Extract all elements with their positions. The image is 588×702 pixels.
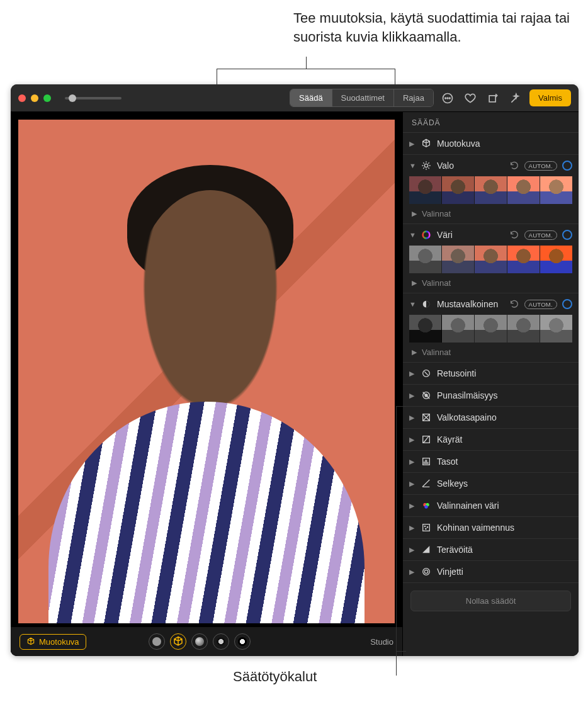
adjust-light-label: Valo: [437, 161, 504, 171]
callout-bracket-top: [217, 69, 395, 85]
lighting-option-stage[interactable]: [213, 633, 229, 650]
tool-label: Punasilmäisyys: [437, 390, 572, 400]
tab-crop[interactable]: Rajaa: [394, 89, 433, 106]
reset-icon[interactable]: [509, 161, 519, 171]
adjust-bw: ▼ Mustavalkoinen AUTOM. ▶ Valinnat: [403, 293, 579, 363]
adjust-light-header[interactable]: ▼ Valo AUTOM.: [403, 155, 579, 176]
reset-icon[interactable]: [509, 299, 519, 309]
done-button[interactable]: Valmis: [529, 89, 571, 106]
lighting-option-studio[interactable]: [170, 633, 186, 650]
adjust-color-header[interactable]: ▼ Väri AUTOM.: [403, 224, 579, 246]
adjust-tool-k-yr-t[interactable]: ▶Käyrät: [403, 429, 579, 451]
more-icon[interactable]: [439, 89, 456, 107]
tool-label: Retusointi: [437, 368, 572, 378]
tool-icon-tasot: [421, 456, 432, 467]
window-traffic-lights: [18, 94, 51, 102]
adjust-tool-vinjetti[interactable]: ▶Vinjetti: [403, 561, 579, 583]
reset-icon[interactable]: [509, 230, 519, 240]
chevron-right-icon: ▶: [409, 370, 416, 378]
chevron-right-icon: ▶: [409, 502, 416, 510]
chevron-down-icon: ▼: [409, 162, 416, 169]
bw-options-label: Valinnat: [422, 348, 451, 357]
lighting-picker: [149, 633, 251, 650]
mode-segmented-control: Säädä Suodattimet Rajaa: [290, 89, 434, 107]
adjust-tool-valkotasapaino[interactable]: ▶Valkotasapaino: [403, 407, 579, 429]
enable-ring-icon[interactable]: [562, 161, 572, 171]
svg-point-19: [427, 527, 427, 528]
rotate-icon[interactable]: [484, 89, 502, 107]
close-icon[interactable]: [18, 94, 26, 102]
lighting-option-stage-mono[interactable]: [234, 633, 251, 650]
tool-icon-vinjetti: [421, 566, 432, 577]
zoom-slider[interactable]: [65, 97, 122, 99]
sun-icon: [421, 160, 432, 171]
reset-adjustments-button[interactable]: Nollaa säädöt: [410, 591, 571, 611]
auto-button[interactable]: AUTOM.: [524, 230, 557, 240]
svg-point-2: [447, 98, 448, 99]
bw-thumbnails[interactable]: [403, 315, 579, 346]
chevron-down-icon: ▼: [409, 231, 416, 239]
favorite-icon[interactable]: [461, 89, 479, 107]
tool-label: Käyrät: [437, 434, 572, 444]
adjust-tool-selkeys[interactable]: ▶Selkeys: [403, 473, 579, 495]
svg-point-22: [424, 570, 427, 573]
chevron-right-icon: ▶: [412, 279, 418, 287]
adjust-color-label: Väri: [437, 230, 504, 240]
adjust-bw-header[interactable]: ▼ Mustavalkoinen AUTOM.: [403, 293, 579, 315]
adjust-tool-tasot[interactable]: ▶Tasot: [403, 451, 579, 473]
svg-point-1: [445, 98, 446, 99]
lighting-option-contour[interactable]: [191, 633, 208, 650]
chevron-right-icon: ▶: [409, 480, 416, 488]
lighting-option-natural[interactable]: [149, 633, 165, 650]
callout-top-text: Tee muutoksia, käytä suodattimia tai raj…: [293, 9, 588, 46]
workspace: Muotokuva Studio SÄÄDÄ ▶: [11, 112, 579, 656]
portrait-badge[interactable]: Muotokuva: [20, 634, 86, 650]
light-options-label: Valinnat: [422, 209, 451, 218]
adjust-light: ▼ Valo AUTOM. ▶ Valinnat: [403, 155, 579, 224]
auto-button[interactable]: AUTOM.: [524, 161, 557, 171]
chevron-right-icon: ▶: [409, 546, 416, 554]
adjust-tool-retusointi[interactable]: ▶Retusointi: [403, 363, 579, 385]
tool-icon-k-yr-t: [421, 434, 432, 445]
svg-rect-4: [489, 95, 495, 101]
light-thumbnails[interactable]: [403, 176, 579, 208]
svg-rect-17: [423, 524, 430, 531]
photo-detail: [131, 190, 289, 432]
bw-icon: [421, 298, 432, 310]
zoom-icon[interactable]: [43, 94, 51, 102]
svg-point-21: [423, 569, 430, 575]
adjust-tool-punasilm-isyys[interactable]: ▶Punasilmäisyys: [403, 385, 579, 407]
chevron-right-icon: ▶: [409, 568, 416, 576]
cube-icon: [172, 636, 184, 647]
adjust-tool-ter-v-it-[interactable]: ▶Terävöitä: [403, 539, 579, 561]
light-options-row[interactable]: ▶ Valinnat: [403, 208, 579, 224]
svg-point-6: [423, 232, 430, 239]
bw-options-row[interactable]: ▶ Valinnat: [403, 346, 579, 362]
photo-preview[interactable]: [18, 120, 395, 623]
chevron-right-icon: ▶: [409, 392, 416, 400]
enable-ring-icon[interactable]: [562, 299, 572, 309]
chevron-right-icon: ▶: [409, 458, 416, 466]
adjust-sidebar: SÄÄDÄ ▶ Muotokuva ▼ Valo AUTOM.: [402, 112, 579, 656]
auto-enhance-icon[interactable]: [507, 89, 524, 107]
tool-icon-valkotasapaino: [421, 412, 432, 423]
lighting-name-label: Studio: [370, 637, 393, 647]
auto-button[interactable]: AUTOM.: [524, 300, 557, 309]
tool-icon-ter-v-it-: [421, 544, 432, 555]
tool-label: Vinjetti: [437, 567, 572, 577]
tool-label: Selkeys: [437, 478, 572, 489]
cube-icon: [421, 138, 432, 149]
tab-filters[interactable]: Suodattimet: [332, 89, 394, 106]
adjust-portrait[interactable]: ▶ Muotokuva: [403, 133, 579, 155]
callout-bottom-text: Säätötyökalut: [233, 669, 317, 685]
tool-icon-selkeys: [421, 478, 432, 489]
color-thumbnails[interactable]: [403, 246, 579, 277]
adjust-bw-label: Mustavalkoinen: [437, 299, 504, 309]
adjust-tool-valinnainen-v-ri[interactable]: ▶Valinnainen väri: [403, 495, 579, 517]
minimize-icon[interactable]: [31, 94, 38, 102]
color-options-row[interactable]: ▶ Valinnat: [403, 277, 579, 293]
enable-ring-icon[interactable]: [562, 230, 572, 240]
tool-icon-kohinan-vaimennus: [421, 522, 432, 533]
adjust-tool-kohinan-vaimennus[interactable]: ▶Kohinan vaimennus: [403, 517, 579, 539]
tab-adjust[interactable]: Säädä: [290, 89, 332, 106]
